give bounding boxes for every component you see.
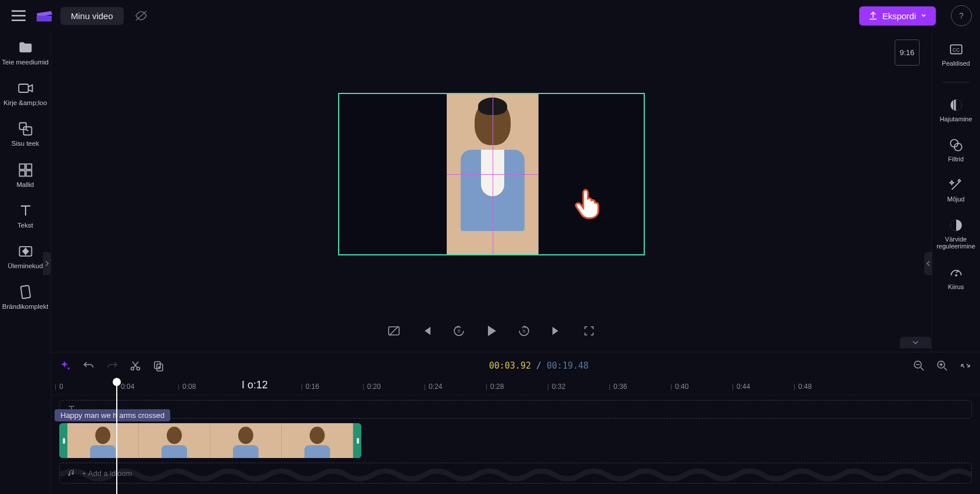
sidebar-expand-right[interactable] <box>43 252 51 275</box>
rside-item-color[interactable]: Värvide reguleerimine <box>932 218 980 250</box>
speed-icon <box>949 265 964 280</box>
svg-rect-7 <box>19 171 24 176</box>
fullscreen-button[interactable] <box>581 323 597 339</box>
sidebar-item-library[interactable]: Sisu teek <box>0 121 51 147</box>
timeline-toolbar: 00:03.92 / 00:19.48 <box>51 352 980 379</box>
svg-point-22 <box>131 367 134 370</box>
filters-icon <box>949 138 964 153</box>
fade-icon <box>949 98 964 113</box>
video-clip[interactable]: II II <box>59 423 361 458</box>
folder-icon <box>17 39 34 56</box>
tracks-area: Happy man we h arms crossed II II <box>51 395 980 494</box>
waveform-icon <box>60 463 971 484</box>
chevron-right-icon <box>45 260 49 267</box>
center-panel: 9:16 <box>51 31 931 352</box>
redo-button[interactable] <box>106 359 119 372</box>
text-icon <box>17 203 34 219</box>
divider <box>943 82 970 82</box>
rside-item-captions[interactable]: CC Pealdised <box>932 42 980 67</box>
rewind-5-button[interactable]: 5 <box>451 323 467 339</box>
playhead[interactable] <box>116 379 117 494</box>
color-adjust-icon <box>949 218 964 233</box>
transitions-icon <box>17 243 34 259</box>
split-button[interactable] <box>129 359 142 372</box>
transport-controls: 5 5 <box>51 317 931 352</box>
play-button[interactable] <box>483 323 500 339</box>
export-label: Ekspordi <box>882 11 916 21</box>
sidebar-item-templates[interactable]: Mallid <box>0 162 51 189</box>
timeline-gutter <box>0 352 51 494</box>
collapse-timeline-button[interactable] <box>900 337 931 348</box>
svg-text:CC: CC <box>952 47 960 53</box>
hand-cursor-icon <box>572 187 603 219</box>
current-time: 00:03.92 <box>489 360 531 371</box>
rside-item-speed[interactable]: Kiirus <box>932 265 980 290</box>
clip-tooltip: Happy man we h arms crossed <box>55 409 170 421</box>
clip-handle-left[interactable]: II <box>59 423 67 458</box>
sidebar-item-brandkit[interactable]: Brändikomplekt <box>0 284 51 311</box>
fit-button[interactable] <box>959 359 972 372</box>
visibility-off-icon[interactable] <box>134 9 148 23</box>
hide-overlay-button[interactable] <box>386 323 402 339</box>
music-icon <box>67 468 76 478</box>
rside-item-filters[interactable]: Filtrid <box>932 138 980 163</box>
menu-button[interactable] <box>8 5 29 26</box>
timeline-ruler[interactable]: 0 0:04 0:08 I o:12 0:16 0:20 0:24 0:28 0… <box>51 379 980 395</box>
brandkit-icon <box>17 284 34 300</box>
sidebar-item-record[interactable]: Kirje &amp;loo <box>0 80 51 107</box>
text-track-placeholder[interactable] <box>59 400 972 419</box>
aspect-ratio-badge[interactable]: 9:16 <box>895 39 920 66</box>
svg-text:5: 5 <box>457 329 460 334</box>
next-frame-button[interactable] <box>548 323 565 339</box>
clip-thumbnails <box>67 423 353 458</box>
svg-line-12 <box>389 326 399 336</box>
rside-item-fade[interactable]: Hajutamine <box>932 98 980 122</box>
svg-rect-8 <box>26 171 31 176</box>
sidebar-item-text[interactable]: Tekst <box>0 203 51 229</box>
upload-icon <box>868 11 878 20</box>
duplicate-button[interactable] <box>152 359 165 372</box>
rside-item-effects[interactable]: Mõjud <box>932 178 980 203</box>
sidebar-right: CC Pealdised Hajutamine Filtrid Mõjud Vä… <box>931 31 980 352</box>
ruler-focus-tick: I o:12 <box>242 379 268 391</box>
clip-handle-right[interactable]: II <box>353 423 361 458</box>
zoom-out-button[interactable] <box>913 359 925 372</box>
app-logo-icon <box>36 9 53 23</box>
top-bar: Minu video Ekspordi ? <box>0 0 980 31</box>
library-icon <box>17 121 34 137</box>
svg-rect-3 <box>19 123 26 130</box>
svg-rect-6 <box>26 164 31 169</box>
video-track: II II <box>59 423 972 458</box>
template-icon <box>17 162 34 178</box>
svg-rect-10 <box>20 286 30 299</box>
svg-rect-0 <box>37 16 52 21</box>
effects-icon <box>949 178 964 193</box>
svg-point-21 <box>955 275 956 276</box>
sidebar-item-media[interactable]: Teie meediumid <box>0 39 51 66</box>
preview-area: 9:16 <box>51 31 931 317</box>
project-title[interactable]: Minu video <box>60 7 124 25</box>
help-button[interactable]: ? <box>951 5 972 26</box>
svg-rect-2 <box>19 84 28 92</box>
canvas-frame[interactable] <box>338 93 645 255</box>
timeline: 00:03.92 / 00:19.48 0 0:04 0:08 I o:12 0… <box>51 352 980 494</box>
captions-icon: CC <box>949 42 964 57</box>
zoom-in-button[interactable] <box>936 359 949 372</box>
svg-point-23 <box>137 367 140 370</box>
prev-frame-button[interactable] <box>418 323 435 339</box>
ai-sparkle-button[interactable] <box>59 359 72 372</box>
sidebar-expand-left[interactable] <box>924 252 932 275</box>
duration: 00:19.48 <box>547 360 588 371</box>
undo-button[interactable] <box>82 359 95 372</box>
timeline-time: 00:03.92 / 00:19.48 <box>175 360 902 371</box>
chevron-down-icon <box>921 13 927 19</box>
svg-line-1 <box>136 11 146 20</box>
export-button[interactable]: Ekspordi <box>859 6 936 26</box>
sidebar-left: Teie meediumid Kirje &amp;loo Sisu teek … <box>0 31 51 352</box>
audio-track-placeholder[interactable]: + Add a ldioom <box>59 463 972 484</box>
chevron-left-icon <box>926 260 931 267</box>
camera-icon <box>17 80 34 96</box>
guide-horizontal <box>447 174 539 175</box>
svg-rect-5 <box>19 164 24 169</box>
forward-5-button[interactable]: 5 <box>516 323 532 339</box>
